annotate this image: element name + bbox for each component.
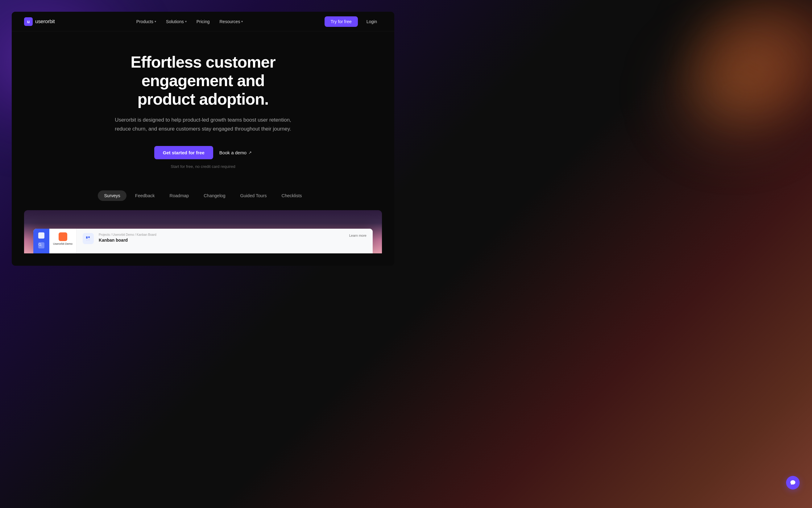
nav-links: Products ▾ Solutions ▾ Pricing Resources… (136, 19, 243, 24)
preview-window-inner: Userorbit Demo Projects / Userorbit Demo… (33, 229, 373, 253)
tab-changelog[interactable]: Changelog (197, 190, 231, 201)
tab-guided-tours[interactable]: Guided Tours (234, 190, 273, 201)
tab-checklists[interactable]: Checklists (275, 190, 308, 201)
external-link-icon: ↗ (249, 150, 252, 155)
chevron-down-icon: ▾ (185, 20, 187, 23)
login-button[interactable]: Login (362, 16, 382, 27)
try-free-button[interactable]: Try for free (324, 16, 358, 27)
hero-buttons: Get started for free Book a demo ↗ (24, 146, 382, 159)
preview-learn-more[interactable]: Learn more (349, 233, 366, 237)
nav-solutions[interactable]: Solutions ▾ (166, 19, 187, 24)
preview-window: Userorbit Demo Projects / Userorbit Demo… (33, 229, 373, 253)
feature-tabs: Surveys Feedback Roadmap Changelog Guide… (12, 184, 394, 210)
app-logo-icon (59, 232, 67, 241)
svg-rect-5 (88, 239, 90, 241)
app-name-label: Userorbit Demo (53, 242, 73, 245)
svg-rect-2 (86, 237, 88, 239)
nav-products[interactable]: Products ▾ (136, 19, 156, 24)
nav-actions: Try for free Login (324, 16, 382, 27)
preview-app-info: Userorbit Demo (49, 229, 77, 253)
preview-text-area: Projects / Userorbit Demo / Kanban Board… (99, 233, 344, 243)
logo-area[interactable]: u userorbit (24, 17, 55, 26)
main-window: u userorbit Products ▾ Solutions ▾ Prici… (12, 12, 394, 266)
svg-line-1 (41, 245, 42, 246)
hero-section: Effortless customer engagement and produ… (12, 32, 394, 184)
sidebar-icon-search (38, 242, 44, 248)
chevron-down-icon: ▾ (241, 20, 243, 23)
tab-roadmap[interactable]: Roadmap (163, 190, 195, 201)
preview-content: Projects / Userorbit Demo / Kanban Board… (77, 229, 373, 253)
preview-breadcrumb: Projects / Userorbit Demo / Kanban Board (99, 233, 344, 237)
hero-note: Start for free, no credit card required (24, 164, 382, 169)
nav-resources[interactable]: Resources ▾ (219, 19, 243, 24)
book-demo-button[interactable]: Book a demo ↗ (219, 150, 252, 155)
svg-rect-3 (88, 237, 90, 238)
kanban-icon (83, 233, 94, 244)
preview-section: Userorbit Demo Projects / Userorbit Demo… (24, 210, 382, 253)
tab-surveys[interactable]: Surveys (98, 190, 126, 201)
navbar: u userorbit Products ▾ Solutions ▾ Prici… (12, 12, 394, 32)
preview-sidebar (33, 229, 49, 253)
hero-title: Effortless customer engagement and produ… (98, 53, 308, 108)
logo-icon: u (24, 17, 33, 26)
svg-rect-4 (86, 239, 88, 241)
sidebar-icon-active (38, 232, 44, 239)
tab-feedback[interactable]: Feedback (129, 190, 161, 201)
logo-text: userorbit (35, 18, 55, 25)
nav-pricing[interactable]: Pricing (196, 19, 210, 24)
hero-subtitle: Userorbit is designed to help product-le… (114, 116, 292, 134)
preview-kanban-title: Kanban board (99, 238, 344, 243)
chevron-down-icon: ▾ (154, 20, 156, 23)
get-started-button[interactable]: Get started for free (154, 146, 213, 159)
